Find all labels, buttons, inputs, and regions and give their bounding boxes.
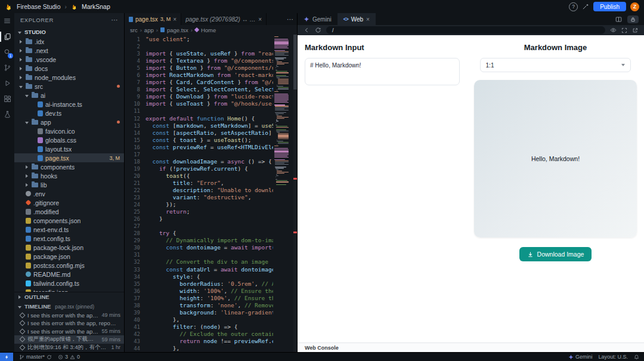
tree-folder-src[interactable]: src: [14, 82, 124, 91]
outline-section[interactable]: OUTLINE: [14, 292, 124, 302]
explorer-icon[interactable]: [0, 32, 14, 41]
branch-indicator[interactable]: master*: [19, 354, 52, 360]
code-line[interactable]: 28 try {: [125, 230, 273, 237]
tree-file-next.config.ts[interactable]: next.config.ts: [14, 234, 124, 243]
tree-file-postcss.config.mjs[interactable]: postcss.config.mjs: [14, 261, 124, 270]
code-line[interactable]: 22 description: "Unable to download ima: [125, 187, 273, 194]
code-line[interactable]: 4import { Textarea } from "@/components/…: [125, 57, 273, 64]
code-line[interactable]: 17: [125, 151, 273, 158]
tree-folder-hooks[interactable]: hooks: [14, 171, 124, 180]
code-line[interactable]: 18 const downloadImage = async () => {: [125, 158, 273, 165]
code-line[interactable]: 35 borderRadius: '0.5rem', // Apply r: [125, 280, 273, 288]
tree-file-ai-instance.ts[interactable]: ai-instance.ts: [14, 100, 124, 109]
menu-icon[interactable]: [0, 16, 14, 26]
timeline-section[interactable]: TIMELINE page.tsx (pinned): [14, 302, 124, 311]
code-line[interactable]: 32 // Convert the div to an image: [125, 258, 273, 266]
project-name[interactable]: MarkSnap: [82, 3, 110, 10]
tree-file-.env[interactable]: .env: [14, 189, 124, 198]
inspect-icon[interactable]: [610, 27, 617, 33]
prototyper-wand-icon[interactable]: [582, 3, 589, 10]
tree-file-tailwind.config.ts[interactable]: tailwind.config.ts: [14, 279, 124, 288]
breadcrumb-item-src[interactable]: src: [130, 27, 138, 33]
help-icon[interactable]: ?: [569, 2, 578, 11]
extensions-icon[interactable]: [0, 94, 14, 103]
breadcrumb-item-page.tsx[interactable]: page.tsx: [167, 27, 188, 33]
split-editor-icon[interactable]: [615, 16, 622, 23]
url-bar[interactable]: /: [326, 26, 605, 34]
code-line[interactable]: 19 if (!previewRef.current) {: [125, 165, 273, 172]
tree-folder-app[interactable]: app: [14, 118, 124, 126]
gemini-status[interactable]: Gemini: [568, 354, 593, 360]
code-line[interactable]: 40 },: [125, 316, 273, 323]
code-line[interactable]: 37 height: '100%', // Ensure the heig: [125, 295, 273, 302]
search-icon[interactable]: 1: [0, 48, 14, 57]
back-icon[interactable]: [304, 27, 310, 33]
code-line[interactable]: 14 const [aspectRatio, setAspectRatio] =…: [125, 129, 273, 137]
code-line[interactable]: 29 // Dynamically import dom-to-image: [125, 237, 273, 244]
code-line[interactable]: 34 style: {: [125, 273, 273, 280]
code-line[interactable]: 13 const [markdown, setMarkdown] = useSt…: [125, 122, 273, 129]
code-line[interactable]: 44 },: [125, 345, 273, 352]
code-line[interactable]: 38 transform: 'none', // Remove any t: [125, 302, 273, 309]
tree-folder-lib[interactable]: lib: [14, 180, 124, 189]
tree-file-layout.tsx[interactable]: layout.tsx: [14, 144, 124, 153]
web-console-bar[interactable]: Web Console: [298, 343, 644, 353]
tree-file-README.md[interactable]: README.md: [14, 270, 124, 279]
code-line[interactable]: 1"use client";: [125, 36, 273, 43]
tree-file-favicon.ico[interactable]: favicon.ico: [14, 126, 124, 135]
tree-file-package-lock.json[interactable]: package-lock.json: [14, 243, 124, 252]
tree-file-page.tsx[interactable]: page.tsx3, M: [14, 153, 124, 162]
avatar[interactable]: Z: [630, 2, 639, 11]
problems-indicator[interactable]: 3 0: [58, 354, 80, 360]
code-line[interactable]: 23 variant: "destructive",: [125, 194, 273, 201]
tree-folder-components[interactable]: components: [14, 162, 124, 171]
tree-folder-.next[interactable]: .next: [14, 46, 124, 55]
tab-web[interactable]: Web: [338, 13, 376, 25]
minimap[interactable]: [274, 36, 292, 353]
code-line[interactable]: 30 const dontoimage = await import('dom-…: [125, 244, 273, 251]
breadcrumb-item-Home[interactable]: Home: [201, 27, 216, 33]
tree-file-components.json[interactable]: components.json: [14, 216, 124, 225]
code-line[interactable]: 12export default function Home() {: [125, 115, 273, 122]
tree-file-globals.css[interactable]: globals.css: [14, 135, 124, 144]
close-icon[interactable]: [258, 16, 262, 23]
explorer-more-icon[interactable]: [112, 16, 119, 24]
editor-more-actions-icon[interactable]: [283, 13, 297, 25]
remote-indicator-icon[interactable]: [0, 353, 13, 361]
close-icon[interactable]: [366, 16, 370, 23]
editor-scrollbar[interactable]: [293, 35, 297, 353]
scrollbar-thumb[interactable]: [293, 35, 297, 90]
code-line[interactable]: 20 toast({: [125, 172, 273, 180]
tree-file-package.json[interactable]: package.json: [14, 252, 124, 261]
code-line[interactable]: 43 return node !== previewRef.current: [125, 338, 273, 345]
open-external-icon[interactable]: [632, 27, 638, 33]
tree-folder-ai[interactable]: ai: [14, 91, 124, 100]
tree-folder-.idx[interactable]: .idx: [14, 37, 124, 46]
tree-file-.modified[interactable]: .modified: [14, 207, 124, 216]
code-line[interactable]: 31: [125, 251, 273, 258]
download-image-button[interactable]: Download Image: [519, 247, 592, 261]
markdown-input-textarea[interactable]: # Hello, Markdown!: [305, 58, 460, 85]
code-editor[interactable]: 1"use client";23import { useState, useRe…: [125, 35, 297, 353]
code-line[interactable]: 16 const previewRef = useRef<HTMLDivElem…: [125, 144, 273, 151]
code-line[interactable]: 27: [125, 223, 273, 230]
refresh-icon[interactable]: [315, 27, 321, 33]
section-studio[interactable]: STUDIO: [14, 27, 124, 37]
timeline-item[interactable]: I see this error with the app, re...55 m…: [14, 328, 124, 336]
code-line[interactable]: 26 }: [125, 215, 273, 223]
code-line[interactable]: 6import ReactMarkdown from 'react-markdo…: [125, 72, 273, 79]
breadcrumb-item-app[interactable]: app: [144, 27, 154, 33]
run-debug-icon[interactable]: [0, 79, 14, 88]
tree-folder-node_modules[interactable]: node_modules: [14, 73, 124, 82]
publish-button[interactable]: Publish: [593, 2, 626, 11]
code-line[interactable]: 21 title: "Error",: [125, 180, 273, 187]
lock-icon[interactable]: [627, 16, 639, 23]
tab-gemini[interactable]: Gemini: [298, 13, 338, 25]
code-line[interactable]: 25 return;: [125, 208, 273, 215]
code-line[interactable]: 2: [125, 43, 273, 50]
aspect-ratio-select[interactable]: 1:1: [480, 58, 631, 72]
code-line[interactable]: 7import { Card, CardContent } from "@/co…: [125, 79, 273, 86]
tree-file-dev.ts[interactable]: dev.ts: [14, 109, 124, 118]
code-line[interactable]: 11: [125, 107, 273, 115]
tree-folder-docs[interactable]: docs: [14, 64, 124, 73]
